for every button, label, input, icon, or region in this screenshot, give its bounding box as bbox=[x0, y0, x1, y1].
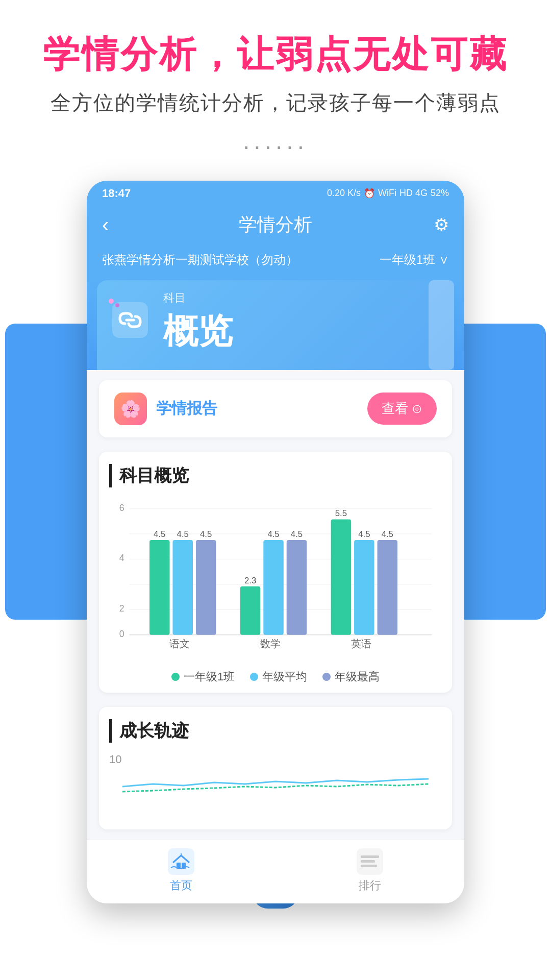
svg-rect-30 bbox=[354, 540, 374, 635]
legend-dot-class bbox=[171, 673, 180, 681]
status-time: 18:47 bbox=[102, 187, 131, 200]
svg-rect-41 bbox=[361, 860, 375, 863]
svg-text:4.5: 4.5 bbox=[200, 529, 212, 539]
svg-text:5.5: 5.5 bbox=[335, 508, 347, 518]
svg-text:英语: 英语 bbox=[351, 638, 371, 649]
nav-home[interactable]: 首页 bbox=[168, 848, 194, 893]
school-name: 张燕学情分析一期测试学校（勿动） bbox=[102, 252, 298, 268]
svg-rect-23 bbox=[263, 540, 284, 635]
growth-y-label: 10 bbox=[109, 753, 442, 766]
headline-subtitle: 全方位的学情统计分析，记录孩子每一个薄弱点 bbox=[20, 89, 531, 117]
tab-small-label: 科目 bbox=[163, 290, 233, 306]
svg-text:4.5: 4.5 bbox=[291, 529, 303, 539]
home-label: 首页 bbox=[170, 878, 192, 893]
svg-rect-25 bbox=[287, 540, 307, 635]
svg-text:4.5: 4.5 bbox=[267, 529, 279, 539]
svg-text:2: 2 bbox=[119, 603, 124, 614]
svg-text:4.5: 4.5 bbox=[358, 529, 370, 539]
settings-icon[interactable]: ⚙ bbox=[434, 214, 449, 235]
svg-rect-40 bbox=[361, 855, 379, 858]
rank-icon bbox=[357, 848, 383, 875]
svg-rect-28 bbox=[331, 519, 352, 634]
svg-rect-21 bbox=[240, 586, 261, 634]
svg-text:4.5: 4.5 bbox=[154, 529, 165, 539]
growth-max-y: 10 bbox=[109, 753, 121, 766]
bottom-nav: 首页 排行 bbox=[87, 840, 464, 903]
chart-legend: 一年级1班 年级平均 年级最高 bbox=[109, 669, 442, 684]
subject-chart-area: 6 4 2 0 4.5 4.5 4.5 bbox=[109, 498, 442, 661]
legend-label-class: 一年级1班 bbox=[184, 669, 235, 684]
status-icons: 0.20 K/s ⏰ WiFi HD 4G 52% bbox=[327, 188, 449, 199]
status-bar: 18:47 0.20 K/s ⏰ WiFi HD 4G 52% bbox=[87, 181, 464, 204]
tab-icon-area bbox=[112, 302, 153, 343]
subject-chart-title: 科目概览 bbox=[109, 464, 442, 487]
report-left: 🌸 学情报告 bbox=[114, 393, 217, 425]
nav-rank[interactable]: 排行 bbox=[357, 848, 383, 893]
signal-icon: HD 4G bbox=[399, 188, 428, 199]
tab-large-label: 概览 bbox=[163, 308, 233, 355]
report-card: 🌸 学情报告 查看 ⊙ bbox=[99, 380, 452, 437]
legend-dot-avg bbox=[250, 673, 258, 681]
phone-mockup: 18:47 0.20 K/s ⏰ WiFi HD 4G 52% ‹ 学情分析 ⚙… bbox=[87, 181, 464, 903]
navigation-bar: ‹ 学情分析 ⚙ bbox=[87, 204, 464, 248]
svg-text:0: 0 bbox=[119, 628, 124, 639]
nav-title: 学情分析 bbox=[239, 212, 312, 237]
tab-area: 科目 概览 bbox=[87, 280, 464, 370]
class-selector[interactable]: 一年级1班 ∨ bbox=[380, 252, 449, 268]
svg-text:4.5: 4.5 bbox=[177, 529, 189, 539]
svg-point-0 bbox=[109, 299, 114, 304]
legend-grade-max: 年级最高 bbox=[322, 669, 380, 684]
growth-section: 成长轨迹 10 bbox=[99, 707, 452, 829]
svg-rect-14 bbox=[149, 540, 170, 635]
svg-rect-42 bbox=[361, 865, 377, 867]
svg-rect-32 bbox=[378, 540, 398, 635]
wifi-icon: WiFi bbox=[378, 188, 396, 199]
svg-point-1 bbox=[115, 303, 119, 307]
home-icon bbox=[168, 848, 194, 875]
main-content: 🌸 学情报告 查看 ⊙ 科目概览 bbox=[87, 370, 464, 840]
legend-grade-avg: 年级平均 bbox=[250, 669, 307, 684]
rank-label: 排行 bbox=[359, 878, 381, 893]
svg-text:2.3: 2.3 bbox=[244, 575, 256, 585]
legend-label-max: 年级最高 bbox=[335, 669, 380, 684]
svg-text:语文: 语文 bbox=[169, 638, 190, 649]
headline-title: 学情分析，让弱点无处可藏 bbox=[20, 31, 531, 79]
svg-rect-35 bbox=[168, 848, 194, 875]
svg-rect-16 bbox=[172, 540, 193, 635]
legend-class: 一年级1班 bbox=[171, 669, 235, 684]
back-button[interactable]: ‹ bbox=[102, 213, 109, 236]
phone-frame: 18:47 0.20 K/s ⏰ WiFi HD 4G 52% ‹ 学情分析 ⚙… bbox=[87, 181, 464, 903]
dots-decoration-icon bbox=[108, 298, 123, 313]
view-report-button[interactable]: 查看 ⊙ bbox=[367, 393, 437, 425]
growth-chart-svg bbox=[109, 766, 442, 807]
growth-chart-area bbox=[109, 766, 442, 817]
battery-icon: 52% bbox=[431, 188, 449, 199]
legend-dot-max bbox=[322, 673, 331, 681]
dots-decoration: ······ bbox=[20, 132, 531, 160]
svg-rect-18 bbox=[196, 540, 216, 635]
report-title: 学情报告 bbox=[156, 398, 217, 419]
report-icon: 🌸 bbox=[114, 393, 147, 425]
subject-chart-container: 科目概览 6 4 2 0 bbox=[99, 452, 452, 693]
svg-text:4: 4 bbox=[119, 553, 124, 563]
svg-text:6: 6 bbox=[119, 502, 124, 512]
alarm-icon: ⏰ bbox=[364, 188, 375, 199]
legend-label-avg: 年级平均 bbox=[262, 669, 307, 684]
headline-area: 学情分析，让弱点无处可藏 全方位的学情统计分析，记录孩子每一个薄弱点 ·····… bbox=[0, 0, 551, 181]
svg-text:4.5: 4.5 bbox=[382, 529, 393, 539]
subject-chart-svg: 6 4 2 0 4.5 4.5 4.5 bbox=[109, 498, 442, 661]
tab-peek bbox=[429, 280, 454, 370]
school-bar: 张燕学情分析一期测试学校（勿动） 一年级1班 ∨ bbox=[87, 248, 464, 280]
tab-card[interactable]: 科目 概览 bbox=[97, 280, 454, 370]
growth-title: 成长轨迹 bbox=[109, 719, 442, 743]
svg-text:数学: 数学 bbox=[260, 638, 281, 649]
network-speed: 0.20 K/s bbox=[327, 188, 361, 199]
